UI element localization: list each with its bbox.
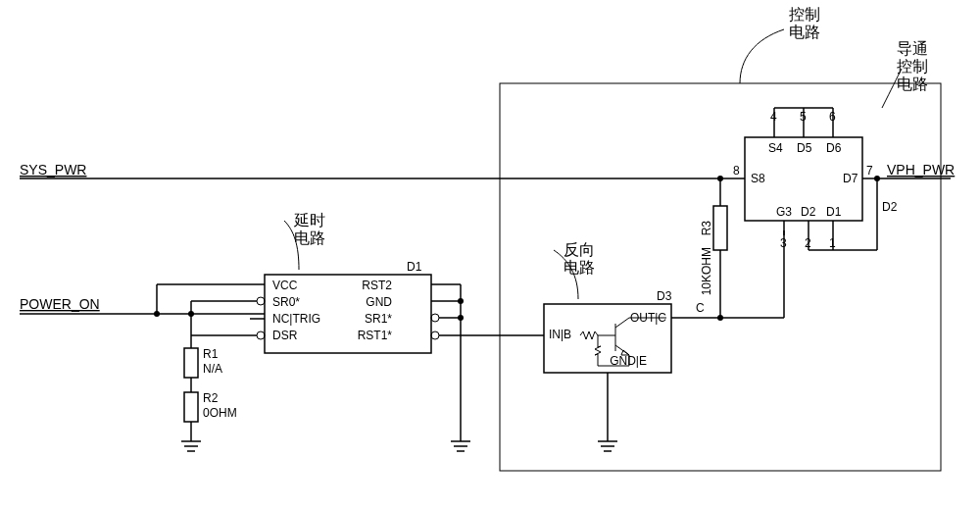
r1-val: N/A <box>203 362 222 376</box>
p3: 3 <box>780 236 787 250</box>
r1-ref: R1 <box>203 347 219 361</box>
control-circuit-label: 控制电路 <box>789 6 820 40</box>
vph-pwr-label: VPH_PWR <box>887 162 955 178</box>
node-c: C <box>696 301 705 315</box>
d7: D7 <box>843 172 858 185</box>
delay-ic-ref: D1 <box>407 260 422 274</box>
d1-rst2: RST2 <box>362 279 392 292</box>
g3: G3 <box>776 205 792 219</box>
svg-point-0 <box>154 311 160 317</box>
d1-vcc: VCC <box>272 279 298 292</box>
p7: 7 <box>866 164 873 178</box>
svg-point-1 <box>257 297 265 305</box>
p8: 8 <box>733 164 740 178</box>
d1-nctrig: NC|TRIG <box>272 312 320 326</box>
conduction-anno: 导通控制电路 <box>897 40 928 92</box>
inv-anno: 反向电路 <box>564 241 595 276</box>
d1-gnd: GND <box>366 295 392 309</box>
svg-point-57 <box>874 176 880 181</box>
s4: S4 <box>768 141 783 155</box>
delay-anno: 延时电路 <box>293 212 325 246</box>
d2r: D2 <box>882 200 898 214</box>
d1-sr0: SR0* <box>272 295 300 309</box>
ground-icon <box>181 441 201 451</box>
d6: D6 <box>826 141 842 155</box>
d3-ref: D3 <box>657 289 672 303</box>
r1 <box>184 348 198 378</box>
svg-point-21 <box>458 315 464 321</box>
svg-point-3 <box>431 314 439 322</box>
d1l: D1 <box>826 205 842 219</box>
control-annotation-leader <box>740 29 784 83</box>
d1-dsr: DSR <box>272 329 298 342</box>
r3 <box>713 206 727 250</box>
d2l: D2 <box>801 205 816 219</box>
power-on-label: POWER_ON <box>20 296 100 312</box>
ground-icon-2 <box>451 441 470 451</box>
svg-point-2 <box>257 331 265 339</box>
r2-ref: R2 <box>203 391 219 405</box>
r3-ref: R3 <box>700 221 713 236</box>
r3-val: 10KOHM <box>700 247 713 295</box>
svg-point-4 <box>431 331 439 339</box>
sys-pwr-label: SYS_PWR <box>20 162 86 178</box>
s8: S8 <box>751 172 765 185</box>
ground-icon-3 <box>598 441 617 451</box>
r2-val: 0OHM <box>203 406 237 420</box>
d1-sr1: SR1* <box>365 312 392 326</box>
d5: D5 <box>797 141 812 155</box>
d1-rst1: RST1* <box>358 329 393 342</box>
d3-in: IN|B <box>549 328 571 341</box>
svg-point-20 <box>458 298 464 304</box>
r2 <box>184 392 198 422</box>
